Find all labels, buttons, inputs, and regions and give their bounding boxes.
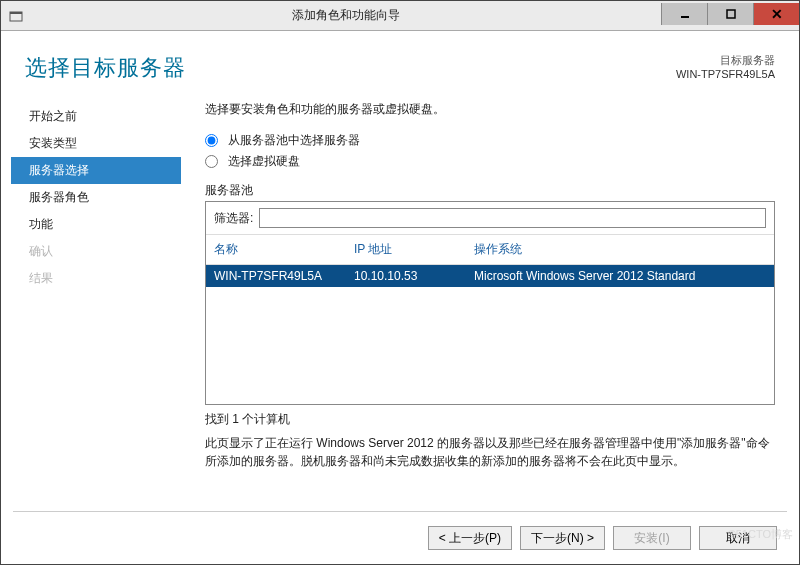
step-server-selection[interactable]: 服务器选择 bbox=[11, 157, 181, 184]
radio-server-pool-label: 从服务器池中选择服务器 bbox=[228, 132, 360, 149]
radio-vhd-input[interactable] bbox=[205, 155, 218, 168]
prev-button[interactable]: < 上一步(P) bbox=[428, 526, 512, 550]
filter-input[interactable] bbox=[259, 208, 766, 228]
target-value: WIN-TP7SFR49L5A bbox=[676, 68, 775, 80]
target-label: 目标服务器 bbox=[676, 53, 775, 68]
window-title: 添加角色和功能向导 bbox=[31, 7, 661, 24]
pool-label: 服务器池 bbox=[205, 182, 775, 199]
col-header-name[interactable]: 名称 bbox=[214, 241, 354, 258]
target-server-box: 目标服务器 WIN-TP7SFR49L5A bbox=[676, 53, 775, 83]
cancel-button[interactable]: 取消 bbox=[699, 526, 777, 550]
instruction-text: 选择要安装角色和功能的服务器或虚拟硬盘。 bbox=[205, 101, 775, 118]
footer-separator bbox=[13, 511, 787, 512]
window-controls: ✕ bbox=[661, 7, 799, 25]
cell-ip: 10.10.10.53 bbox=[354, 269, 474, 283]
step-install-type[interactable]: 安装类型 bbox=[11, 130, 181, 157]
radio-vhd[interactable]: 选择虚拟硬盘 bbox=[205, 153, 775, 170]
found-count: 找到 1 个计算机 bbox=[205, 411, 775, 428]
cell-os: Microsoft Windows Server 2012 Standard bbox=[474, 269, 766, 283]
maximize-button[interactable] bbox=[707, 3, 753, 25]
svg-rect-3 bbox=[727, 10, 735, 18]
step-before-begin[interactable]: 开始之前 bbox=[11, 103, 181, 130]
wizard-steps: 开始之前 安装类型 服务器选择 服务器角色 功能 确认 结果 bbox=[11, 101, 181, 479]
minimize-button[interactable] bbox=[661, 3, 707, 25]
radio-vhd-label: 选择虚拟硬盘 bbox=[228, 153, 300, 170]
table-body[interactable]: WIN-TP7SFR49L5A 10.10.10.53 Microsoft Wi… bbox=[206, 264, 774, 404]
cell-name: WIN-TP7SFR49L5A bbox=[214, 269, 354, 283]
step-confirm: 确认 bbox=[11, 238, 181, 265]
step-results: 结果 bbox=[11, 265, 181, 292]
footnote-text: 此页显示了正在运行 Windows Server 2012 的服务器以及那些已经… bbox=[205, 434, 775, 470]
footer-buttons: < 上一步(P) 下一步(N) > 安装(I) 取消 bbox=[428, 526, 777, 550]
radio-server-pool-input[interactable] bbox=[205, 134, 218, 147]
table-header: 名称 IP 地址 操作系统 bbox=[206, 234, 774, 264]
step-features[interactable]: 功能 bbox=[11, 211, 181, 238]
filter-label: 筛选器: bbox=[214, 210, 253, 227]
install-button: 安装(I) bbox=[613, 526, 691, 550]
content-pane: 选择要安装角色和功能的服务器或虚拟硬盘。 从服务器池中选择服务器 选择虚拟硬盘 … bbox=[181, 101, 789, 479]
radio-server-pool[interactable]: 从服务器池中选择服务器 bbox=[205, 132, 775, 149]
svg-rect-1 bbox=[10, 12, 22, 14]
next-button[interactable]: 下一步(N) > bbox=[520, 526, 605, 550]
app-icon bbox=[1, 9, 31, 23]
close-button[interactable]: ✕ bbox=[753, 3, 799, 25]
titlebar: 添加角色和功能向导 ✕ bbox=[1, 1, 799, 31]
server-pool-box: 筛选器: 名称 IP 地址 操作系统 WIN-TP7SFR49L5A 10.10… bbox=[205, 201, 775, 405]
col-header-ip[interactable]: IP 地址 bbox=[354, 241, 474, 258]
page-title: 选择目标服务器 bbox=[25, 53, 186, 83]
table-row[interactable]: WIN-TP7SFR49L5A 10.10.10.53 Microsoft Wi… bbox=[206, 265, 774, 287]
step-server-roles[interactable]: 服务器角色 bbox=[11, 184, 181, 211]
col-header-os[interactable]: 操作系统 bbox=[474, 241, 766, 258]
